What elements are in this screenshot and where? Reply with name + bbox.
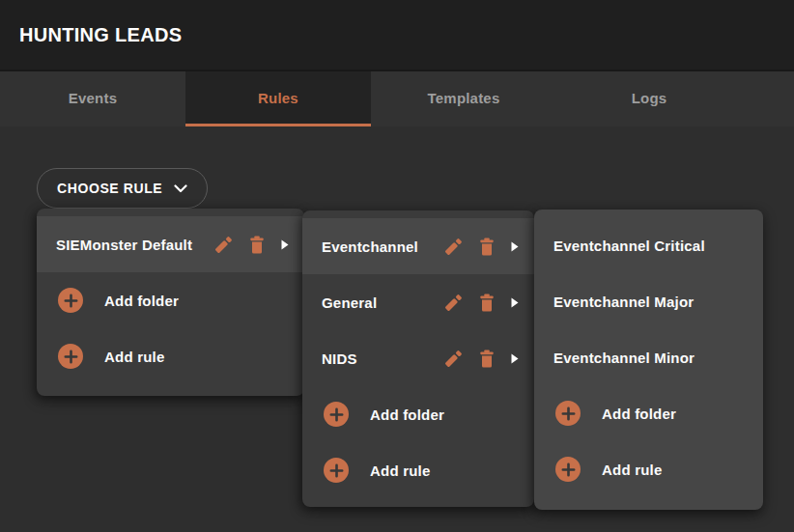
rule-item[interactable]: Eventchannel Critical	[534, 217, 763, 273]
action-label: Add folder	[104, 293, 289, 309]
rule-menu-level-2: Eventchannel General NIDS Add folder Add…	[302, 210, 534, 507]
edit-icon[interactable]	[443, 293, 464, 313]
folder-label: Eventchannel	[322, 238, 436, 255]
tab-bar: EventsRulesTemplatesLogs	[0, 71, 794, 126]
chevron-right-icon	[281, 239, 289, 250]
chevron-right-icon	[511, 241, 519, 252]
rule-item[interactable]: Eventchannel Major	[534, 273, 763, 329]
rule-label: Eventchannel Major	[553, 294, 748, 310]
tab-rules[interactable]: Rules	[185, 71, 371, 126]
add-rule-button[interactable]: Add rule	[302, 442, 534, 498]
rule-label: Eventchannel Critical	[553, 238, 748, 254]
choose-rule-button[interactable]: CHOOSE RULE	[37, 168, 208, 209]
edit-icon[interactable]	[443, 237, 464, 257]
action-label: Add rule	[370, 462, 519, 479]
plus-icon	[324, 402, 349, 427]
edit-icon[interactable]	[213, 235, 234, 255]
hunting-leads-window: HUNTING LEADS EventsRulesTemplatesLogs C…	[0, 0, 794, 532]
rule-menu-level-1: SIEMonster Default Add folder Add rule	[37, 209, 304, 396]
tab-templates[interactable]: Templates	[371, 71, 556, 126]
rule-item[interactable]: Eventchannel Minor	[534, 329, 763, 385]
edit-icon[interactable]	[443, 349, 464, 369]
rule-label: Eventchannel Minor	[553, 350, 748, 366]
folder-actions	[443, 237, 519, 257]
add-folder-button[interactable]: Add folder	[534, 385, 763, 441]
header: HUNTING LEADS	[0, 0, 794, 71]
delete-icon[interactable]	[477, 293, 496, 313]
plus-icon	[58, 344, 83, 369]
folder-item[interactable]: General	[302, 274, 534, 330]
choose-rule-label: CHOOSE RULE	[57, 181, 162, 196]
plus-icon	[324, 458, 349, 483]
delete-icon[interactable]	[477, 237, 496, 257]
folder-actions	[443, 293, 519, 313]
tab-events[interactable]: Events	[0, 71, 185, 126]
add-folder-button[interactable]: Add folder	[302, 386, 534, 442]
plus-icon	[58, 288, 83, 313]
action-label: Add folder	[370, 406, 519, 423]
folder-label: SIEMonster Default	[56, 237, 206, 253]
chevron-right-icon	[511, 353, 519, 364]
plus-icon	[555, 401, 581, 426]
folder-label: NIDS	[322, 350, 436, 367]
action-label: Add folder	[602, 406, 748, 422]
action-label: Add rule	[602, 462, 748, 478]
folder-item[interactable]: SIEMonster Default	[37, 216, 304, 272]
tab-logs[interactable]: Logs	[556, 71, 742, 126]
add-rule-button[interactable]: Add rule	[534, 441, 763, 497]
add-folder-button[interactable]: Add folder	[37, 272, 304, 328]
delete-icon[interactable]	[477, 349, 496, 369]
chevron-right-icon	[511, 297, 519, 308]
plus-icon	[555, 457, 581, 482]
folder-item[interactable]: Eventchannel	[302, 218, 534, 274]
add-rule-button[interactable]: Add rule	[37, 328, 304, 384]
delete-icon[interactable]	[247, 235, 267, 255]
page-title: HUNTING LEADS	[19, 24, 182, 46]
folder-actions	[213, 235, 289, 255]
folder-item[interactable]: NIDS	[302, 330, 534, 386]
chevron-down-icon	[174, 184, 187, 193]
rule-menu-level-3: Eventchannel CriticalEventchannel MajorE…	[534, 210, 763, 510]
action-label: Add rule	[104, 349, 289, 365]
folder-label: General	[322, 294, 436, 311]
folder-actions	[443, 349, 519, 369]
